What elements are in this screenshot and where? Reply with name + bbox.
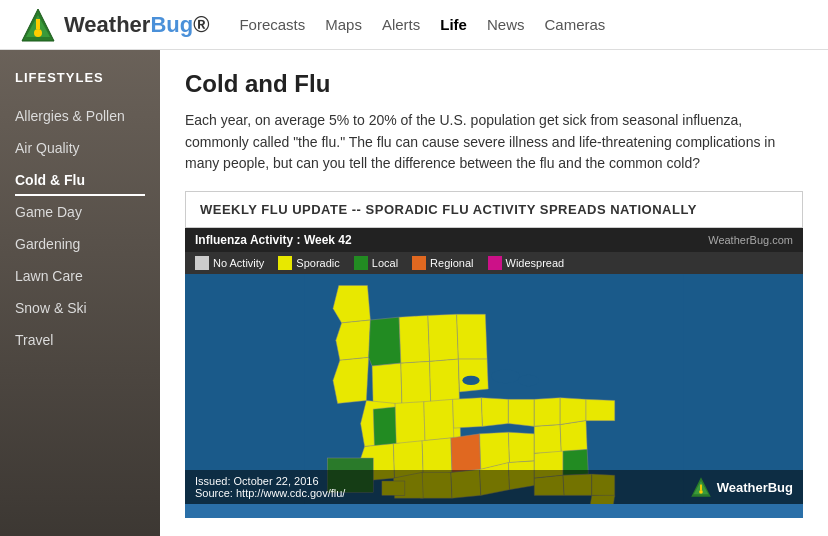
- main-nav: Forecasts Maps Alerts Life News Cameras: [239, 16, 605, 33]
- map-footer-text: Issued: October 22, 2016 Source: http://…: [195, 475, 345, 499]
- map-legend: No Activity Sporadic Local Regional Wide…: [185, 252, 803, 274]
- svg-marker-20: [395, 402, 425, 444]
- legend-local: Local: [354, 256, 398, 270]
- svg-marker-13: [401, 361, 431, 406]
- svg-marker-27: [451, 434, 481, 473]
- flu-update-banner: WEEKLY FLU UPDATE -- SPORADIC FLU ACTIVI…: [185, 191, 803, 228]
- map-title: Influenza Activity : Week 42: [195, 233, 352, 247]
- legend-regional: Regional: [412, 256, 473, 270]
- sidebar-section-title: LIFESTYLES: [15, 70, 145, 85]
- legend-sporadic: Sporadic: [278, 256, 339, 270]
- sidebar-item-game-day[interactable]: Game Day: [15, 196, 145, 228]
- legend-box-regional: [412, 256, 426, 270]
- svg-marker-9: [399, 315, 429, 363]
- nav-news[interactable]: News: [487, 16, 525, 33]
- map-watermark-header: WeatherBug.com: [708, 234, 793, 246]
- legend-label-widespread: Widespread: [506, 257, 565, 269]
- legend-widespread: Widespread: [488, 256, 565, 270]
- nav-maps[interactable]: Maps: [325, 16, 362, 33]
- legend-box-no-activity: [195, 256, 209, 270]
- legend-label-local: Local: [372, 257, 398, 269]
- legend-no-activity: No Activity: [195, 256, 264, 270]
- svg-marker-37: [560, 398, 586, 425]
- map-footer: Issued: October 22, 2016 Source: http://…: [185, 470, 803, 504]
- legend-box-sporadic: [278, 256, 292, 270]
- svg-marker-11: [457, 314, 487, 359]
- svg-marker-5: [333, 286, 370, 323]
- sidebar-item-air-quality[interactable]: Air Quality: [15, 132, 145, 164]
- svg-marker-6: [336, 320, 371, 360]
- svg-marker-39: [534, 425, 561, 454]
- nav-life[interactable]: Life: [440, 16, 467, 33]
- weatherbug-logo-icon: [20, 7, 56, 43]
- page-title: Cold and Flu: [185, 70, 803, 98]
- svg-point-49: [462, 376, 479, 385]
- sidebar-item-lawn-care[interactable]: Lawn Care: [15, 260, 145, 292]
- logo[interactable]: WeatherBug®: [20, 7, 209, 43]
- svg-marker-35: [508, 399, 534, 426]
- svg-point-52: [699, 490, 703, 494]
- sidebar-item-gardening[interactable]: Gardening: [15, 228, 145, 260]
- svg-marker-36: [534, 398, 560, 427]
- legend-label-regional: Regional: [430, 257, 473, 269]
- sidebar-item-snow-ski[interactable]: Snow & Ski: [15, 292, 145, 324]
- legend-box-local: [354, 256, 368, 270]
- map-header: Influenza Activity : Week 42 WeatherBug.…: [185, 228, 803, 252]
- legend-label-sporadic: Sporadic: [296, 257, 339, 269]
- svg-marker-38: [586, 399, 615, 420]
- map-weatherbug-watermark: WeatherBug: [690, 476, 793, 498]
- sidebar: LIFESTYLES Allergies & Pollen Air Qualit…: [0, 50, 160, 536]
- nav-forecasts[interactable]: Forecasts: [239, 16, 305, 33]
- sidebar-item-cold-flu[interactable]: Cold & Flu: [15, 164, 145, 196]
- svg-point-2: [34, 29, 42, 37]
- sidebar-item-travel[interactable]: Travel: [15, 324, 145, 356]
- svg-marker-7: [333, 357, 369, 403]
- svg-point-48: [518, 375, 539, 387]
- weatherbug-footer-icon: [690, 476, 712, 498]
- footer-weatherbug-text: WeatherBug: [717, 480, 793, 495]
- intro-paragraph: Each year, on average 5% to 20% of the U…: [185, 110, 803, 175]
- header: WeatherBug® Forecasts Maps Alerts Life N…: [0, 0, 828, 50]
- flu-map-container: Influenza Activity : Week 42 WeatherBug.…: [185, 228, 803, 518]
- nav-cameras[interactable]: Cameras: [544, 16, 605, 33]
- svg-marker-15: [458, 359, 488, 392]
- svg-rect-3: [36, 19, 40, 29]
- legend-box-widespread: [488, 256, 502, 270]
- svg-marker-8: [369, 317, 401, 366]
- main-layout: LIFESTYLES Allergies & Pollen Air Qualit…: [0, 50, 828, 536]
- nav-alerts[interactable]: Alerts: [382, 16, 420, 33]
- svg-marker-22: [453, 398, 483, 428]
- svg-marker-21: [424, 399, 454, 440]
- svg-marker-29: [508, 432, 534, 462]
- svg-marker-40: [560, 421, 587, 453]
- svg-point-47: [491, 370, 520, 384]
- svg-marker-10: [428, 314, 458, 361]
- map-issued: Issued: October 22, 2016: [195, 475, 345, 487]
- map-svg-area: Issued: October 22, 2016 Source: http://…: [185, 274, 803, 504]
- svg-marker-23: [481, 398, 508, 427]
- content-area: Cold and Flu Each year, on average 5% to…: [160, 50, 828, 536]
- map-source: Source: http://www.cdc.gov/flu/: [195, 487, 345, 499]
- logo-text: WeatherBug®: [64, 12, 209, 38]
- legend-label-no-activity: No Activity: [213, 257, 264, 269]
- svg-rect-53: [700, 485, 702, 491]
- sidebar-item-allergies[interactable]: Allergies & Pollen: [15, 100, 145, 132]
